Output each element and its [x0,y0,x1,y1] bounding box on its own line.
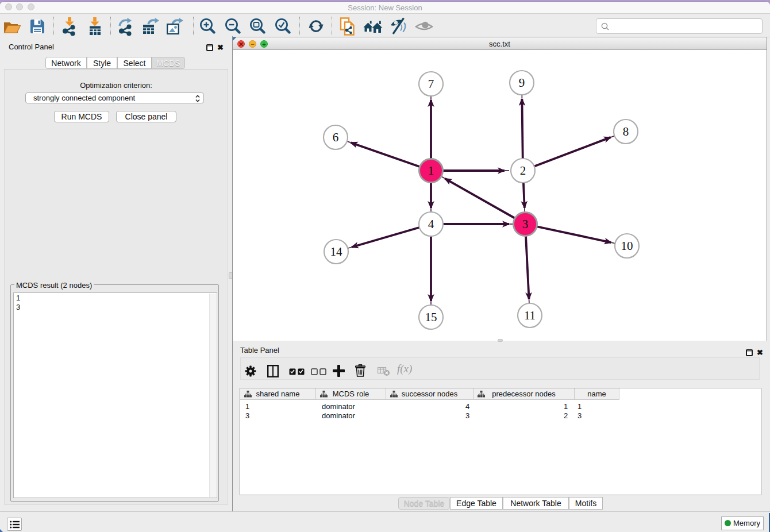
svg-text:15: 15 [425,310,437,324]
svg-text:3: 3 [522,217,529,231]
svg-text:6: 6 [333,130,339,144]
svg-text:7: 7 [428,77,434,91]
svg-text:2: 2 [520,164,526,178]
svg-text:8: 8 [623,125,629,138]
svg-text:11: 11 [524,309,536,322]
svg-text:14: 14 [330,245,343,259]
svg-text:1: 1 [428,164,434,178]
svg-text:4: 4 [428,217,434,231]
svg-text:9: 9 [519,76,525,90]
svg-text:10: 10 [621,239,633,253]
